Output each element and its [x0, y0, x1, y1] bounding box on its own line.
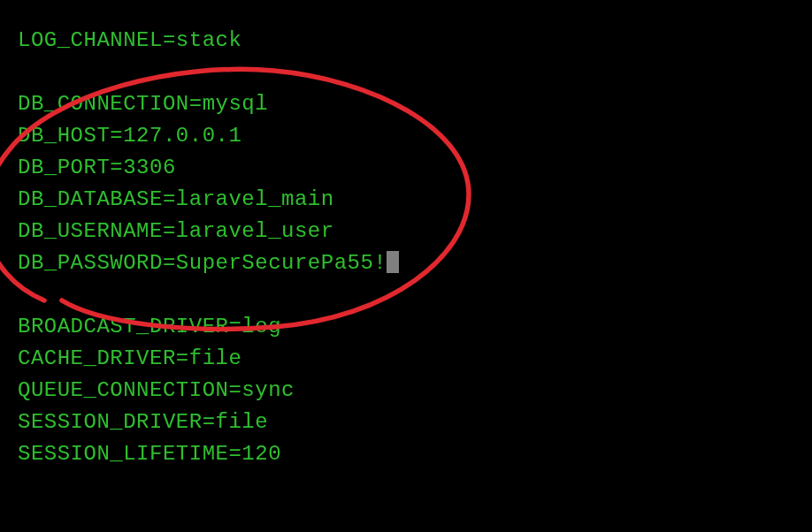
- env-line-session-driver: SESSION_DRIVER=file: [18, 407, 812, 438]
- env-line-db-port: DB_PORT=3306: [18, 152, 812, 184]
- env-line-broadcast-driver: BROADCAST_DRIVER=log: [18, 311, 812, 343]
- db-password-text: DB_PASSWORD=SuperSecurePa55!: [18, 251, 387, 275]
- blank-line: [18, 57, 812, 88]
- env-line-log-channel: LOG_CHANNEL=stack: [18, 25, 812, 57]
- env-line-cache-driver: CACHE_DRIVER=file: [18, 343, 812, 375]
- env-line-db-database: DB_DATABASE=laravel_main: [18, 184, 812, 216]
- env-line-session-lifetime: SESSION_LIFETIME=120: [18, 438, 812, 470]
- env-line-db-password: DB_PASSWORD=SuperSecurePa55!: [18, 247, 812, 279]
- env-line-db-host: DB_HOST=127.0.0.1: [18, 120, 812, 152]
- blank-line: [18, 279, 812, 311]
- terminal-cursor: [387, 251, 399, 273]
- env-line-queue-connection: QUEUE_CONNECTION=sync: [18, 375, 812, 407]
- env-line-db-username: DB_USERNAME=laravel_user: [18, 216, 812, 247]
- env-line-db-connection: DB_CONNECTION=mysql: [18, 88, 812, 120]
